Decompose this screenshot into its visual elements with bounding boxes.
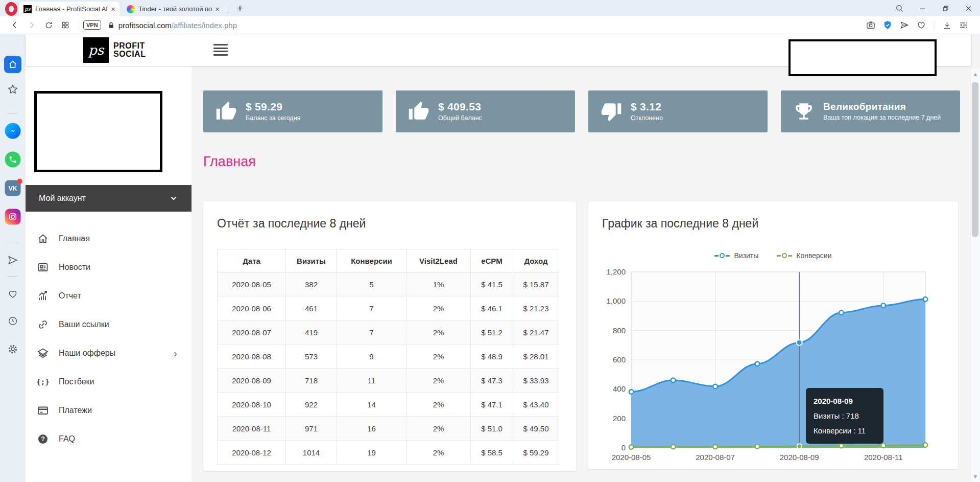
page-content: VK ps PROFIT xyxy=(0,34,980,482)
svg-text:600: 600 xyxy=(613,355,626,364)
report-panel: Отчёт за последние 8 дней ДатаВизитыКонв… xyxy=(203,201,576,471)
opera-logo-icon[interactable] xyxy=(5,2,17,16)
svg-text:1,200: 1,200 xyxy=(606,267,626,276)
table-row: 2020-08-11971162%$ 51.0$ 49.50 xyxy=(218,417,559,441)
chevron-down-icon xyxy=(170,196,177,201)
tab-tinder[interactable]: Tinder - твой золотой пот × xyxy=(123,2,224,16)
account-section-header[interactable]: Мой аккаунт xyxy=(26,185,192,212)
page-scrollbar[interactable]: ▲ ▼ xyxy=(970,68,980,482)
column-header: eCPM xyxy=(471,249,513,272)
sidebar-item-faq[interactable]: ?FAQ xyxy=(26,425,192,453)
close-tab-icon[interactable]: × xyxy=(215,5,220,13)
table-cell: $ 58.5 xyxy=(471,441,513,465)
sidebar-item-postbacks[interactable]: {;}Постбеки xyxy=(26,368,192,396)
my-flow-plane-icon[interactable] xyxy=(7,254,19,266)
tab-title: Tinder - твой золотой пот xyxy=(138,5,212,13)
table-cell: 2% xyxy=(407,441,471,465)
heart-icon[interactable] xyxy=(7,288,18,300)
back-icon[interactable] xyxy=(7,18,22,32)
table-cell: 2020-08-08 xyxy=(218,345,286,369)
sidebar-item-links[interactable]: Ваши ссылки xyxy=(26,310,192,339)
table-cell: 382 xyxy=(286,272,337,296)
question-icon: ? xyxy=(37,433,49,445)
heart-icon[interactable] xyxy=(914,18,929,32)
legend-item[interactable]: Конверсии xyxy=(777,251,831,260)
table-cell: 2% xyxy=(407,417,471,441)
table-cell: 922 xyxy=(286,393,337,417)
restore-icon[interactable] xyxy=(934,0,957,16)
messenger-icon[interactable] xyxy=(5,123,21,139)
legend-dash xyxy=(714,255,719,257)
lock-icon[interactable] xyxy=(106,18,117,32)
tooltip-date: 2020-08-09 xyxy=(814,394,876,408)
stat-value: Великобритания xyxy=(823,101,941,112)
speed-dial-home-icon[interactable] xyxy=(4,56,21,73)
sidebar-item-news[interactable]: Новости xyxy=(26,253,192,282)
column-header: Конверсии xyxy=(337,249,407,272)
stat-value: $ 409.53 xyxy=(438,101,482,113)
shield-check-icon[interactable] xyxy=(880,18,895,32)
toolbar-right-icons xyxy=(863,18,973,32)
sidebar-item-offers[interactable]: Наши офферы› xyxy=(26,339,192,368)
instagram-icon[interactable] xyxy=(5,209,21,225)
tooltip-line: Конверсии : 11 xyxy=(814,423,876,438)
new-tab-button[interactable]: + xyxy=(233,1,247,15)
table-cell: $ 47.1 xyxy=(471,393,513,417)
column-header: Доход xyxy=(513,249,559,272)
main-content: $ 59.29Баланс за сегодня$ 409.53Общий ба… xyxy=(192,66,971,482)
table-row: 2020-08-121014192%$ 58.5$ 59.29 xyxy=(218,441,559,465)
history-clock-icon[interactable] xyxy=(7,315,18,327)
forward-icon[interactable] xyxy=(24,18,39,32)
sidebar-item-label: Новости xyxy=(59,263,90,272)
table-cell: 971 xyxy=(286,417,337,441)
stat-label: Общий баланс xyxy=(438,114,482,122)
reload-icon[interactable] xyxy=(41,18,56,32)
close-tab-icon[interactable]: × xyxy=(111,5,115,13)
scroll-up-icon[interactable]: ▲ xyxy=(973,71,978,77)
download-icon[interactable] xyxy=(939,18,954,32)
table-cell: 19 xyxy=(337,441,407,465)
vpn-badge[interactable]: VPN xyxy=(83,20,101,30)
chart-plot: 02004006008001,0001,2002020-08-052020-08… xyxy=(592,264,953,468)
table-cell: 14 xyxy=(337,393,407,417)
legend-label: Конверсии xyxy=(796,251,831,260)
table-cell: $ 47.3 xyxy=(471,369,513,393)
speed-dial-grid-icon[interactable] xyxy=(58,18,73,32)
chart-legend: ВизитыКонверсии xyxy=(588,251,958,260)
card-icon xyxy=(37,404,49,417)
profitsocial-favicon: ps xyxy=(23,5,32,13)
sidebar-item-report[interactable]: Отчет xyxy=(26,282,192,310)
vk-icon[interactable]: VK xyxy=(5,180,21,196)
legend-item[interactable]: Визиты xyxy=(714,251,758,260)
minimize-icon[interactable] xyxy=(911,0,934,16)
window-controls xyxy=(888,0,980,16)
logo-text: PROFIT SOCIAL xyxy=(113,42,146,58)
table-cell: $ 51.0 xyxy=(471,417,513,441)
scrollbar-thumb[interactable] xyxy=(972,82,978,237)
camera-icon[interactable] xyxy=(863,18,878,32)
thumb-down-icon xyxy=(601,101,622,122)
sidebar-item-payments[interactable]: Платежи xyxy=(26,396,192,425)
search-icon[interactable] xyxy=(888,0,911,16)
app-sidebar: Мой аккаунт ГлавнаяНовостиОтчетВаши ссыл… xyxy=(26,66,192,482)
settings-gear-icon[interactable] xyxy=(7,343,19,355)
redacted-user-info xyxy=(788,39,937,76)
table-header: ДатаВизитыКонверсииVisit2LeadeCPMДоход xyxy=(218,249,559,272)
send-plane-icon[interactable] xyxy=(897,18,912,32)
sidebar-item-label: Ваши ссылки xyxy=(59,320,109,329)
table-row: 2020-08-09718112%$ 47.3$ 33.93 xyxy=(218,369,559,393)
trophy-icon xyxy=(793,101,815,122)
profitsocial-logo[interactable]: ps PROFIT SOCIAL xyxy=(83,37,146,63)
scroll-down-icon[interactable]: ▼ xyxy=(973,473,978,479)
legend-dash xyxy=(726,255,730,257)
close-icon[interactable] xyxy=(957,0,980,16)
menu-hamburger-icon[interactable] xyxy=(213,44,228,57)
table-cell: 2% xyxy=(407,296,471,320)
bookmarks-star-icon[interactable] xyxy=(7,83,19,96)
tuner-icon[interactable] xyxy=(956,18,971,32)
whatsapp-icon[interactable] xyxy=(5,152,21,168)
sidebar-item-home[interactable]: Главная xyxy=(26,224,192,253)
tab-profitsocial[interactable]: ps Главная - ProfitSocial Affili × xyxy=(19,2,119,16)
address-bar[interactable]: profitsocial.com/affiliates/index.php xyxy=(118,21,237,30)
account-section-label: Мой аккаунт xyxy=(39,194,86,203)
